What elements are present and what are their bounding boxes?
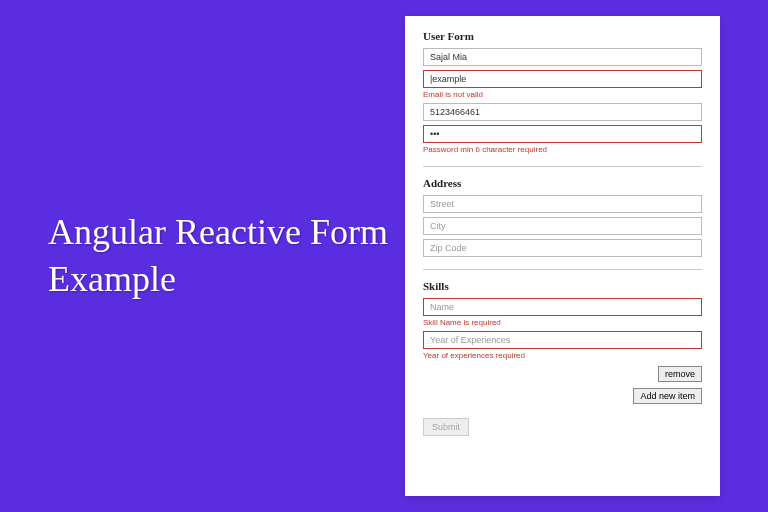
address-title: Address xyxy=(423,177,702,189)
skill-years-field[interactable]: Year of Experiences xyxy=(423,331,702,349)
name-field[interactable]: Sajal Mia xyxy=(423,48,702,66)
city-field[interactable]: City xyxy=(423,217,702,235)
user-form-title: User Form xyxy=(423,30,702,42)
remove-button[interactable]: remove xyxy=(658,366,702,382)
password-error: Password min 6 character required xyxy=(423,145,702,154)
email-field[interactable]: |example xyxy=(423,70,702,88)
divider xyxy=(423,269,702,270)
headline: Angular Reactive Form Example xyxy=(48,209,405,303)
skill-name-error: Skill Name is required xyxy=(423,318,702,327)
form-panel: User Form Sajal Mia |example Email is no… xyxy=(405,16,720,496)
divider xyxy=(423,166,702,167)
submit-button[interactable]: Submit xyxy=(423,418,469,436)
street-field[interactable]: Street xyxy=(423,195,702,213)
zip-field[interactable]: Zip Code xyxy=(423,239,702,257)
phone-field[interactable]: 5123466461 xyxy=(423,103,702,121)
email-error: Email is not valid xyxy=(423,90,702,99)
skill-years-error: Year of experiences required xyxy=(423,351,702,360)
password-field[interactable]: ••• xyxy=(423,125,702,143)
skills-title: Skills xyxy=(423,280,702,292)
add-new-item-button[interactable]: Add new item xyxy=(633,388,702,404)
skill-name-field[interactable]: Name xyxy=(423,298,702,316)
